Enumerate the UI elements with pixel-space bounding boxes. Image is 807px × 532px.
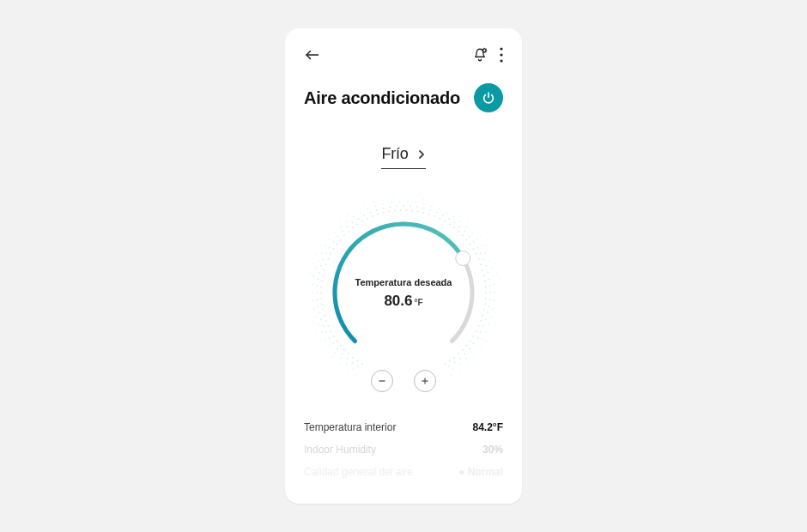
page-title: Aire acondicionado: [304, 88, 460, 108]
minus-icon: [378, 377, 386, 385]
svg-point-96: [357, 366, 359, 367]
svg-point-213: [480, 348, 482, 349]
svg-point-154: [485, 331, 487, 333]
svg-point-193: [431, 205, 433, 207]
svg-point-254: [489, 253, 491, 255]
svg-point-78: [482, 269, 483, 271]
svg-point-20: [449, 360, 451, 362]
svg-point-251: [473, 228, 475, 230]
svg-point-181: [340, 226, 342, 227]
svg-point-165: [329, 345, 331, 347]
svg-point-65: [434, 215, 435, 217]
svg-point-74: [473, 248, 475, 250]
svg-point-159: [459, 363, 461, 365]
svg-point-123: [363, 215, 365, 216]
svg-point-175: [315, 268, 317, 269]
svg-point-121: [352, 221, 354, 223]
svg-point-112: [319, 271, 320, 273]
svg-point-234: [325, 236, 327, 238]
mode-selector[interactable]: Frío: [381, 145, 425, 169]
svg-point-150: [494, 300, 495, 302]
svg-point-221: [331, 355, 333, 357]
svg-point-252: [480, 236, 482, 238]
chevron-right-icon: [417, 149, 426, 160]
svg-point-147: [488, 278, 490, 280]
stat-value: 30%: [482, 444, 503, 456]
svg-point-235: [331, 228, 333, 230]
svg-point-192: [423, 203, 425, 205]
stat-indoor-temp: Temperatura interior 84.2°F: [304, 416, 503, 438]
svg-point-2: [500, 47, 502, 50]
svg-point-239: [364, 205, 366, 207]
stat-value: ● Normal: [458, 466, 503, 478]
svg-point-86: [485, 318, 487, 320]
svg-point-247: [441, 205, 443, 207]
decrease-button[interactable]: [371, 370, 393, 392]
svg-point-238: [355, 209, 356, 211]
svg-point-169: [315, 316, 317, 317]
svg-point-127: [389, 206, 391, 208]
svg-point-148: [489, 285, 491, 287]
svg-point-179: [329, 239, 331, 240]
svg-point-245: [422, 198, 424, 200]
svg-point-167: [321, 331, 323, 333]
notifications-button[interactable]: [472, 47, 488, 63]
svg-point-131: [416, 206, 418, 208]
svg-point-205: [492, 275, 494, 277]
svg-point-222: [325, 348, 327, 349]
svg-point-73: [470, 244, 471, 245]
svg-point-212: [485, 339, 487, 341]
svg-point-128: [396, 205, 397, 207]
header-bar: [285, 28, 522, 63]
svg-point-63: [422, 212, 424, 214]
svg-point-138: [459, 226, 461, 227]
svg-point-92: [464, 353, 465, 354]
increase-button[interactable]: [414, 370, 436, 392]
temperature-dial[interactable]: Temperatura deseada 80.6°F: [309, 184, 498, 408]
svg-point-171: [312, 300, 313, 302]
svg-point-10: [482, 315, 483, 317]
svg-point-30: [330, 330, 331, 332]
svg-point-163: [340, 358, 342, 360]
svg-point-76: [478, 258, 480, 260]
svg-point-22: [361, 363, 363, 365]
svg-point-134: [436, 212, 438, 214]
svg-point-141: [473, 241, 475, 243]
svg-point-103: [325, 331, 327, 333]
back-button[interactable]: [304, 47, 319, 63]
svg-point-229: [309, 281, 310, 283]
dial-handle[interactable]: [456, 251, 470, 266]
svg-point-4: [500, 59, 502, 62]
svg-point-49: [348, 231, 349, 233]
svg-point-31: [327, 325, 329, 327]
svg-point-82: [489, 292, 491, 293]
svg-point-110: [316, 285, 318, 287]
svg-point-102: [329, 337, 331, 339]
svg-point-91: [469, 348, 470, 350]
svg-point-15: [470, 341, 471, 342]
svg-point-6: [485, 292, 487, 293]
svg-point-248: [450, 209, 452, 211]
dial-active-arc: [335, 224, 463, 342]
svg-point-80: [484, 281, 486, 282]
svg-point-53: [367, 218, 368, 220]
svg-point-38: [320, 286, 322, 287]
svg-point-156: [476, 345, 478, 347]
svg-point-72: [466, 239, 468, 240]
power-button[interactable]: [474, 83, 503, 112]
svg-point-196: [452, 216, 454, 218]
svg-point-75: [476, 253, 477, 255]
svg-point-152: [490, 316, 492, 317]
svg-point-177: [321, 252, 323, 254]
svg-point-146: [487, 271, 488, 273]
svg-point-33: [324, 315, 325, 317]
svg-point-184: [360, 212, 361, 214]
svg-point-108: [316, 299, 318, 300]
more-button[interactable]: [500, 47, 503, 63]
svg-point-67: [444, 221, 446, 222]
header-actions: [472, 47, 503, 63]
svg-point-117: [332, 241, 334, 243]
svg-point-214: [473, 355, 475, 357]
svg-point-202: [485, 252, 487, 254]
svg-point-191: [415, 202, 416, 203]
